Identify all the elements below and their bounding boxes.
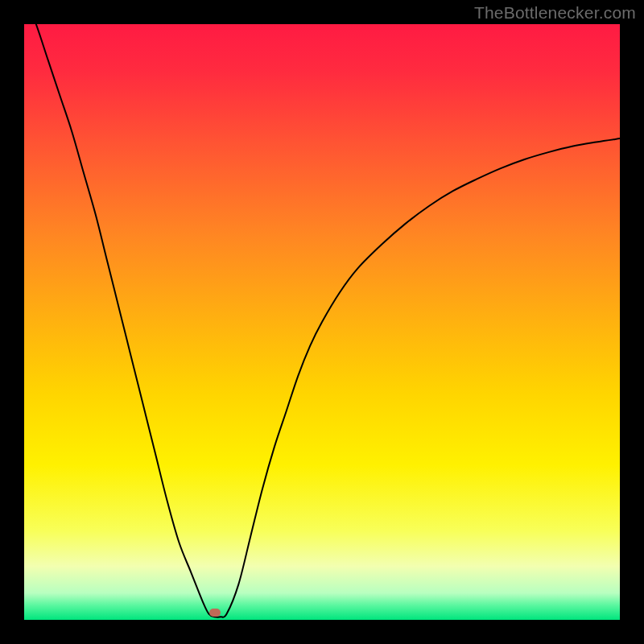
bottleneck-curve: [24, 24, 620, 620]
watermark-text: TheBottlenecker.com: [474, 3, 636, 23]
chart-stage: TheBottlenecker.com: [0, 0, 644, 644]
plot-area: [24, 24, 620, 620]
optimal-point-marker: [209, 609, 221, 617]
